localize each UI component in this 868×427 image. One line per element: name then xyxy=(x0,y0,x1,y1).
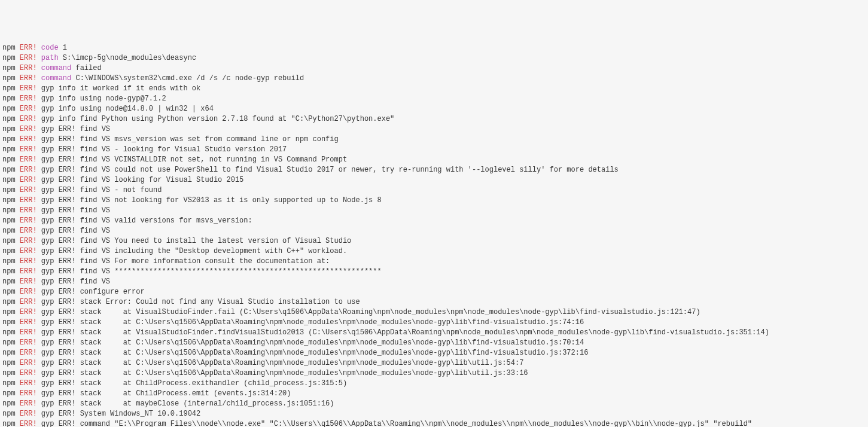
log-source: npm xyxy=(2,277,16,286)
log-line: npm ERR! gyp ERR! stack at maybeClose (i… xyxy=(2,399,866,409)
log-level: ERR! xyxy=(20,318,37,327)
log-text: gyp ERR! stack at C:\Users\q1506\AppData… xyxy=(41,318,584,327)
log-line: npm ERR! gyp ERR! find VS valid versions… xyxy=(2,216,866,226)
log-level: ERR! xyxy=(20,135,37,144)
log-text: gyp ERR! find VS valid versions for msvs… xyxy=(41,216,252,225)
log-level: ERR! xyxy=(20,308,37,316)
log-text: gyp ERR! find VS looking for Visual Stud… xyxy=(41,176,243,184)
log-source: npm xyxy=(2,318,16,327)
log-source: npm xyxy=(2,216,16,225)
log-line: npm ERR! gyp ERR! find VS VCINSTALLDIR n… xyxy=(2,155,866,165)
log-text: failed xyxy=(75,64,101,72)
log-source: npm xyxy=(2,176,16,184)
log-text: gyp ERR! find VS xyxy=(41,227,110,235)
log-line: npm ERR! gyp ERR! System Windows_NT 10.0… xyxy=(2,409,866,419)
log-text: gyp ERR! find VS xyxy=(41,277,110,286)
log-level: ERR! xyxy=(20,247,37,255)
log-line: npm ERR! gyp ERR! stack at C:\Users\q150… xyxy=(2,368,866,379)
log-level: ERR! xyxy=(20,399,37,408)
log-source: npm xyxy=(2,145,16,154)
log-line: npm ERR! gyp info using node@14.8.0 | wi… xyxy=(2,104,866,114)
log-line: npm ERR! code 1 xyxy=(2,43,866,53)
log-source: npm xyxy=(2,227,16,235)
log-source: npm xyxy=(2,338,16,347)
log-text: gyp ERR! stack at VisualStudioFinder.fai… xyxy=(41,308,701,316)
log-text: gyp ERR! find VS - not found xyxy=(41,186,162,194)
log-line: npm ERR! gyp ERR! find VS xyxy=(2,206,866,216)
log-text: gyp ERR! find VS xyxy=(41,206,110,215)
log-line: npm ERR! gyp ERR! find VS - looking for … xyxy=(2,145,866,155)
log-source: npm xyxy=(2,44,16,52)
log-level: ERR! xyxy=(20,94,37,103)
log-line: npm ERR! gyp info find Python using Pyth… xyxy=(2,114,866,124)
log-line: npm ERR! gyp ERR! stack at C:\Users\q150… xyxy=(2,338,866,348)
log-source: npm xyxy=(2,64,16,72)
log-level: ERR! xyxy=(20,155,37,164)
log-level: ERR! xyxy=(20,145,37,154)
log-text: gyp info it worked if it ends with ok xyxy=(41,84,200,93)
log-line: npm ERR! gyp ERR! find VS You need to in… xyxy=(2,236,866,246)
log-source: npm xyxy=(2,379,16,388)
log-line: npm ERR! gyp ERR! stack at ChildProcess.… xyxy=(2,389,866,399)
log-level: ERR! xyxy=(20,196,37,205)
log-source: npm xyxy=(2,115,16,123)
log-level: ERR! xyxy=(20,115,37,123)
log-line: npm ERR! gyp ERR! find VS For more infor… xyxy=(2,257,866,267)
log-line: npm ERR! gyp ERR! stack at VisualStudioF… xyxy=(2,307,866,318)
log-source: npm xyxy=(2,196,16,205)
log-text: gyp ERR! command "E:\\Program Files\\nod… xyxy=(41,420,752,427)
log-text: gyp ERR! find VS not looking for VS2013 … xyxy=(41,196,382,205)
log-source: npm xyxy=(2,206,16,215)
log-line: npm ERR! gyp ERR! find VS xyxy=(2,277,866,287)
log-line: npm ERR! command failed xyxy=(2,63,866,74)
log-source: npm xyxy=(2,267,16,276)
log-source: npm xyxy=(2,349,16,357)
log-key: command xyxy=(41,64,71,72)
log-level: ERR! xyxy=(20,64,37,72)
log-level: ERR! xyxy=(20,389,37,398)
log-source: npm xyxy=(2,257,16,266)
log-level: ERR! xyxy=(20,216,37,225)
log-level: ERR! xyxy=(20,44,37,52)
log-text: gyp ERR! stack at ChildProcess.emit (eve… xyxy=(41,389,291,398)
log-key: code xyxy=(41,44,59,52)
log-source: npm xyxy=(2,54,16,62)
log-text: gyp ERR! stack at C:\Users\q1506\AppData… xyxy=(41,359,524,367)
log-level: ERR! xyxy=(20,349,37,357)
log-source: npm xyxy=(2,288,16,296)
log-level: ERR! xyxy=(20,54,37,62)
log-level: ERR! xyxy=(20,186,37,194)
log-text: gyp ERR! find VS xyxy=(41,125,110,133)
log-text: gyp ERR! stack at VisualStudioFinder.fin… xyxy=(41,328,769,337)
log-text: gyp ERR! stack at C:\Users\q1506\AppData… xyxy=(41,338,584,347)
log-source: npm xyxy=(2,105,16,113)
log-line: npm ERR! gyp ERR! find VS msvs_version w… xyxy=(2,135,866,145)
log-source: npm xyxy=(2,410,16,418)
log-source: npm xyxy=(2,135,16,144)
log-level: ERR! xyxy=(20,176,37,184)
log-text: gyp ERR! configure error xyxy=(41,288,145,296)
log-line: npm ERR! gyp ERR! find VS - not found xyxy=(2,185,866,196)
log-line: npm ERR! gyp info using node-gyp@7.1.2 xyxy=(2,94,866,104)
log-key: path xyxy=(41,54,59,62)
log-source: npm xyxy=(2,420,16,427)
log-level: ERR! xyxy=(20,379,37,388)
log-line: npm ERR! gyp ERR! stack at C:\Users\q150… xyxy=(2,358,866,368)
log-level: ERR! xyxy=(20,338,37,347)
log-text: gyp ERR! stack at maybeClose (internal/c… xyxy=(41,399,334,408)
log-line: npm ERR! gyp ERR! find VS **************… xyxy=(2,267,866,277)
log-level: ERR! xyxy=(20,257,37,266)
log-line: npm ERR! gyp ERR! find VS xyxy=(2,124,866,135)
log-source: npm xyxy=(2,94,16,103)
log-level: ERR! xyxy=(20,105,37,113)
log-source: npm xyxy=(2,399,16,408)
log-source: npm xyxy=(2,247,16,255)
log-line: npm ERR! gyp ERR! stack Error: Could not… xyxy=(2,297,866,307)
log-text: C:\WINDOWS\system32\cmd.exe /d /s /c nod… xyxy=(75,74,304,83)
log-text: gyp ERR! stack Error: Could not find any… xyxy=(41,298,360,306)
log-source: npm xyxy=(2,74,16,83)
log-text: gyp ERR! find VS ***********************… xyxy=(41,267,382,276)
log-source: npm xyxy=(2,166,16,174)
log-source: npm xyxy=(2,298,16,306)
log-text: gyp ERR! find VS msvs_version was set fr… xyxy=(41,135,339,144)
